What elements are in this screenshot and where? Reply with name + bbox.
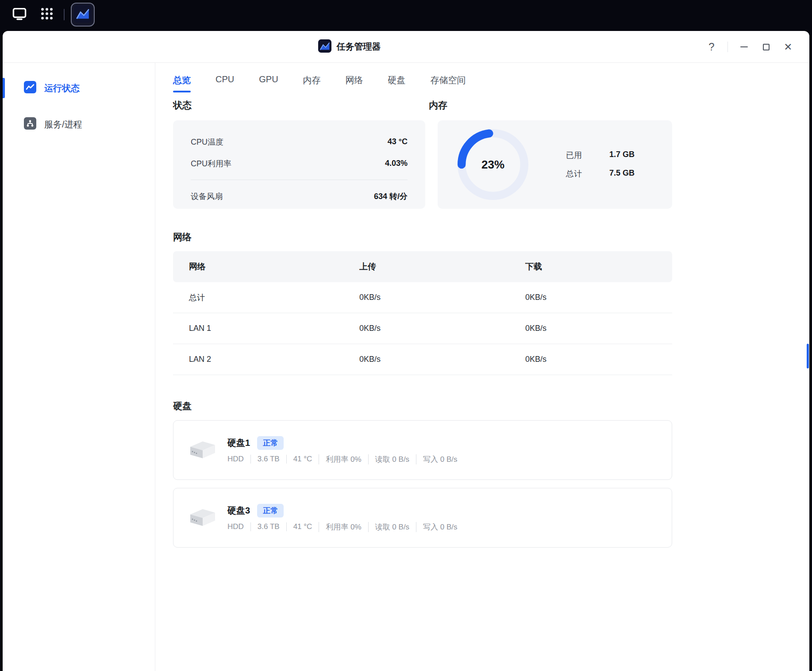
disk-card-1: 硬盘1 正常 HDD 3.6 TB 41 °C 利用率 0% 读取 0 B/s … — [173, 420, 672, 480]
controls-divider — [727, 42, 728, 52]
task-manager-taskbar-button[interactable] — [71, 3, 95, 27]
network-table-header: 网络 上传 下载 — [173, 251, 672, 282]
help-button[interactable]: ? — [703, 38, 720, 56]
line-chart-icon — [24, 81, 36, 96]
disk-status-badge: 正常 — [257, 436, 284, 450]
tab-bar: 总览 CPU GPU 内存 网络 硬盘 存储空间 — [173, 63, 672, 99]
window-title-icon — [318, 39, 331, 54]
app-grid-button[interactable] — [36, 4, 58, 25]
window-titlebar: 任务管理器 ? ✕ — [3, 31, 809, 63]
desktop-button[interactable] — [9, 4, 30, 25]
disk-name: 硬盘3 — [227, 505, 250, 517]
hard-drive-icon — [188, 506, 218, 529]
memory-total-value: 7.5 GB — [609, 169, 635, 179]
fan-speed-row: 设备风扇 634 转/分 — [191, 185, 408, 207]
memory-used-label: 已用 — [566, 150, 582, 161]
disk-name: 硬盘1 — [227, 437, 250, 449]
network-heading: 网络 — [173, 231, 672, 243]
status-heading: 状态 — [173, 99, 416, 111]
memory-heading: 内存 — [429, 99, 672, 111]
scrollbar-thumb[interactable] — [807, 344, 809, 368]
memory-used-value: 1.7 GB — [609, 150, 635, 161]
network-row-lan2: LAN 2 0KB/s 0KB/s — [173, 344, 672, 375]
cpu-temp-row: CPU温度 43 °C — [191, 131, 408, 153]
taskbar — [0, 0, 812, 29]
sidebar-item-label: 运行状态 — [44, 82, 80, 94]
disk-stats: HDD 3.6 TB 41 °C 利用率 0% 读取 0 B/s 写入 0 B/… — [227, 454, 458, 464]
tab-disk[interactable]: 硬盘 — [388, 74, 406, 92]
status-card: CPU温度 43 °C CPU利用率 4.03% 设备风扇 634 转/分 — [173, 120, 425, 209]
status-divider — [191, 180, 408, 180]
tab-network[interactable]: 网络 — [346, 74, 363, 92]
disk-status-badge: 正常 — [257, 504, 284, 518]
window-title: 任务管理器 — [337, 41, 381, 53]
close-icon: ✕ — [784, 41, 792, 53]
task-manager-app-icon — [74, 5, 92, 24]
sidebar: 运行状态 服务/进程 — [3, 63, 155, 671]
disk-heading: 硬盘 — [173, 400, 672, 412]
taskbar-divider — [64, 9, 65, 20]
tab-gpu[interactable]: GPU — [259, 74, 278, 91]
memory-total-label: 总计 — [566, 169, 582, 179]
maximize-button[interactable] — [757, 38, 775, 56]
task-manager-window: 任务管理器 ? ✕ — [3, 31, 809, 671]
disk-stats: HDD 3.6 TB 41 °C 利用率 0% 读取 0 B/s 写入 0 B/… — [227, 522, 458, 532]
main-panel: 总览 CPU GPU 内存 网络 硬盘 存储空间 状态 内存 — [155, 63, 809, 671]
app-grid-icon — [40, 7, 54, 23]
sidebar-item-services[interactable]: 服务/进程 — [3, 111, 155, 137]
tab-storage[interactable]: 存储空间 — [431, 74, 466, 92]
memory-card: 23% 已用 1.7 GB 总计 7.5 GB — [438, 120, 672, 209]
tab-cpu[interactable]: CPU — [216, 74, 234, 91]
cpu-usage-row: CPU利用率 4.03% — [191, 153, 408, 174]
services-tree-icon — [24, 117, 36, 132]
memory-donut: 23% — [455, 127, 531, 202]
network-row-lan1: LAN 1 0KB/s 0KB/s — [173, 313, 672, 344]
monitor-icon — [12, 6, 27, 23]
close-button[interactable]: ✕ — [779, 38, 797, 56]
sidebar-item-performance[interactable]: 运行状态 — [3, 75, 155, 101]
tab-overview[interactable]: 总览 — [173, 74, 191, 92]
sidebar-item-label: 服务/进程 — [44, 119, 82, 130]
minimize-icon — [740, 46, 748, 48]
hard-drive-icon — [188, 439, 218, 462]
network-row-total: 总计 0KB/s 0KB/s — [173, 282, 672, 313]
minimize-button[interactable] — [735, 38, 753, 56]
help-icon: ? — [708, 41, 714, 53]
maximize-icon — [763, 44, 770, 50]
network-table: 网络 上传 下载 总计 0KB/s 0KB/s LAN 1 0KB/s 0KB/… — [173, 251, 672, 375]
tab-memory[interactable]: 内存 — [303, 74, 321, 92]
memory-legend: 已用 1.7 GB 总计 7.5 GB — [566, 150, 635, 179]
memory-percent: 23% — [455, 127, 531, 202]
disk-card-3: 硬盘3 正常 HDD 3.6 TB 41 °C 利用率 0% 读取 0 B/s … — [173, 488, 672, 548]
